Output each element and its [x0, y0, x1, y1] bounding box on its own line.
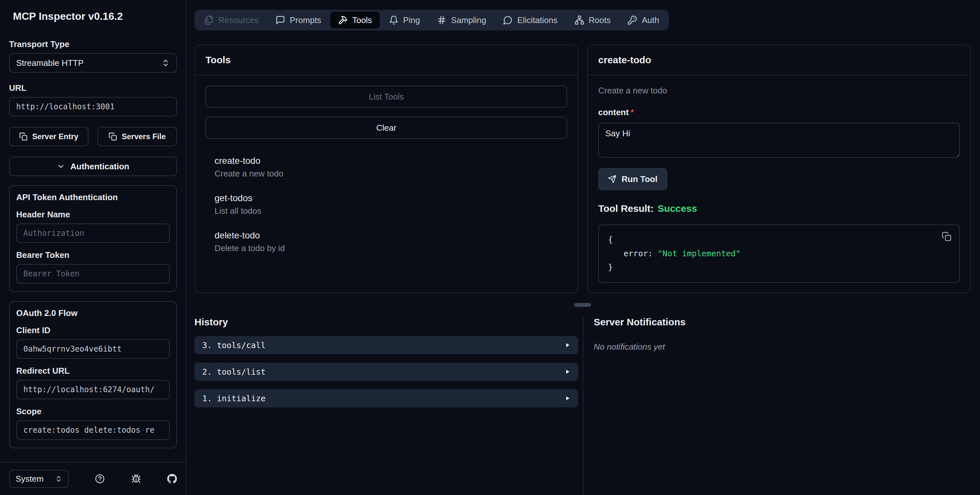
copy-result-button[interactable] — [942, 232, 951, 241]
scope-label: Scope — [16, 406, 170, 417]
expand-play-icon — [565, 342, 570, 348]
message-square-icon — [275, 15, 285, 25]
sidebar-body: Transport Type Streamable HTTP URL Serve… — [0, 29, 186, 462]
tab-bar: Resources Prompts Tools Ping Sampling El… — [194, 10, 669, 30]
transport-type-label: Transport Type — [9, 39, 177, 49]
api-token-title: API Token Authentication — [16, 192, 170, 203]
send-icon — [608, 175, 616, 183]
hash-icon — [437, 15, 447, 25]
bug-icon — [131, 474, 141, 484]
url-label: URL — [9, 83, 177, 93]
client-id-label: Client ID — [16, 325, 170, 335]
tab-tools[interactable]: Tools — [330, 12, 380, 29]
header-name-label: Header Name — [16, 209, 170, 220]
header-name-input[interactable] — [16, 224, 170, 243]
chevrons-up-down-icon — [161, 59, 170, 67]
required-mark: * — [631, 107, 634, 117]
content-grid: Tools List Tools Clear create-todo Creat… — [187, 30, 980, 495]
clear-button[interactable]: Clear — [205, 117, 567, 139]
authentication-toggle[interactable]: Authentication — [9, 156, 177, 176]
tab-elicitations[interactable]: Elicitations — [495, 12, 565, 29]
pane-splitter[interactable] — [194, 293, 971, 316]
github-button[interactable] — [167, 474, 177, 484]
key-icon — [627, 15, 637, 25]
tab-prompts[interactable]: Prompts — [268, 12, 329, 29]
tool-detail-panel: create-todo Create a new todo content* S… — [587, 45, 971, 293]
sidebar-footer: System — [0, 462, 186, 495]
tools-panel-title: Tools — [195, 45, 578, 75]
app-root: MCP Inspector v0.16.2 Transport Type Str… — [0, 0, 980, 495]
help-button[interactable] — [95, 474, 105, 484]
oauth-title: OAuth 2.0 Flow — [16, 308, 170, 318]
notifications-panel: Server Notifications No notifications ye… — [583, 316, 971, 495]
message-circle-icon — [503, 15, 513, 25]
chevrons-up-down-icon — [55, 475, 62, 482]
servers-file-button[interactable]: Servers File — [97, 127, 177, 146]
tool-list-item[interactable]: delete-todo Delete a todo by id — [205, 230, 567, 253]
transport-type-select[interactable]: Streamable HTTP — [9, 53, 177, 73]
network-icon — [574, 15, 584, 25]
url-input[interactable] — [9, 97, 177, 117]
expand-play-icon — [565, 395, 570, 401]
expand-play-icon — [565, 369, 570, 375]
tab-ping[interactable]: Ping — [381, 12, 428, 29]
scope-input[interactable] — [16, 420, 170, 440]
github-icon — [167, 474, 177, 484]
api-token-card: API Token Authentication Header Name Bea… — [9, 185, 177, 292]
copy-icon — [942, 232, 951, 241]
help-circle-icon — [95, 474, 105, 484]
result-status: Success — [657, 203, 697, 214]
tool-result-json: { error:"Not implemented" } — [598, 225, 960, 283]
app-title: MCP Inspector v0.16.2 — [0, 0, 186, 29]
theme-value: System — [16, 474, 44, 484]
tab-resources[interactable]: Resources — [196, 12, 266, 29]
history-title: History — [194, 316, 578, 327]
bearer-token-label: Bearer Token — [16, 250, 170, 260]
chevron-down-icon — [57, 162, 65, 171]
tool-result-line: Tool Result:Success — [598, 203, 960, 214]
tab-roots[interactable]: Roots — [567, 12, 619, 29]
bearer-token-input[interactable] — [16, 264, 170, 284]
transport-type-value: Streamable HTTP — [16, 58, 84, 68]
notifications-empty-message: No notifications yet — [594, 342, 971, 352]
history-item[interactable]: 2. tools/list — [194, 362, 578, 381]
server-entry-button[interactable]: Server Entry — [9, 127, 89, 146]
splitter-handle[interactable] — [574, 303, 591, 307]
hammer-icon — [338, 15, 348, 25]
history-item[interactable]: 1. initialize — [194, 389, 578, 407]
oauth-card: OAuth 2.0 Flow Client ID Redirect URL Sc… — [9, 301, 177, 448]
bell-icon — [389, 15, 399, 25]
files-icon — [204, 15, 214, 25]
tool-detail-title: create-todo — [588, 45, 970, 75]
history-panel: History 3. tools/call 2. tools/list 1. i… — [194, 316, 583, 495]
tab-sampling[interactable]: Sampling — [429, 12, 494, 29]
run-tool-button[interactable]: Run Tool — [598, 168, 667, 190]
tools-panel: Tools List Tools Clear create-todo Creat… — [194, 45, 578, 293]
server-buttons-row: Server Entry Servers File — [9, 127, 177, 146]
theme-select[interactable]: System — [9, 470, 69, 488]
main-area: Resources Prompts Tools Ping Sampling El… — [187, 0, 980, 495]
history-item[interactable]: 3. tools/call — [194, 336, 578, 354]
notifications-title: Server Notifications — [594, 316, 971, 327]
sidebar: MCP Inspector v0.16.2 Transport Type Str… — [0, 0, 187, 495]
list-tools-button[interactable]: List Tools — [205, 86, 567, 108]
tool-list-item[interactable]: create-todo Create a new todo — [205, 156, 567, 179]
copy-icon — [19, 133, 27, 141]
tab-auth[interactable]: Auth — [620, 12, 667, 29]
debug-button[interactable] — [131, 474, 141, 484]
content-field-input[interactable]: Say Hi — [598, 123, 960, 158]
tool-detail-description: Create a new todo — [598, 86, 960, 96]
redirect-url-label: Redirect URL — [16, 366, 170, 376]
content-field-label: content* — [598, 107, 960, 117]
redirect-url-input[interactable] — [16, 380, 170, 399]
tool-list-item[interactable]: get-todos List all todos — [205, 193, 567, 216]
client-id-input[interactable] — [16, 339, 170, 359]
copy-icon — [108, 133, 117, 141]
